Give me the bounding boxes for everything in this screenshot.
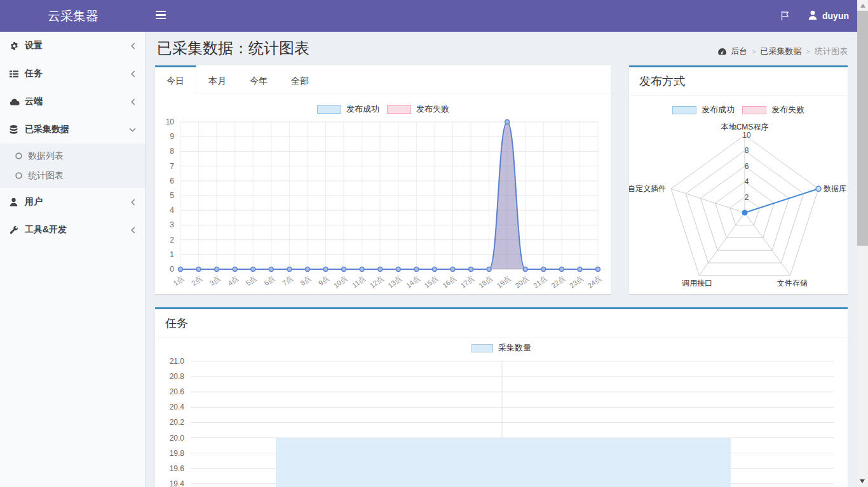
collect-swatch (471, 344, 493, 352)
sidebar-item-label: 设置 (25, 40, 43, 51)
scrollbar-up-arrow[interactable] (860, 4, 865, 8)
success-swatch (672, 106, 696, 114)
user-menu[interactable]: duyun (808, 10, 849, 22)
svg-text:9: 9 (170, 132, 174, 141)
username: duyun (822, 11, 849, 21)
legend-item-fail[interactable]: 发布失败 (387, 103, 449, 115)
svg-text:4点: 4点 (226, 274, 240, 287)
svg-text:6: 6 (745, 162, 749, 171)
sidebar-item-tasks[interactable]: 任务 (0, 60, 146, 88)
page: 云采集器 duyun 设置 (0, 0, 868, 487)
svg-text:19点: 19点 (496, 274, 512, 290)
legend-label: 发布失败 (416, 103, 449, 115)
breadcrumb-collected-data[interactable]: 已采集数据 (761, 46, 802, 57)
page-title: 已采集数据：统计图表 (157, 38, 309, 58)
scrollbar[interactable] (857, 0, 868, 487)
svg-text:9点: 9点 (317, 274, 330, 287)
svg-text:20点: 20点 (513, 274, 530, 290)
scrollbar-thumb[interactable] (857, 11, 868, 246)
svg-text:19.8: 19.8 (170, 449, 185, 458)
submenu-item-label: 统计图表 (28, 170, 64, 182)
top-navbar: 云采集器 duyun (0, 0, 868, 32)
legend-item-collect[interactable]: 采集数量 (471, 342, 531, 354)
sidebar-item-statistics-chart[interactable]: 统计图表 (0, 166, 146, 185)
tab-all[interactable]: 全部 (280, 65, 320, 94)
success-swatch (317, 105, 341, 114)
hourly-chart-legend: 发布成功 发布失败 (155, 104, 611, 114)
svg-text:20.4: 20.4 (170, 403, 185, 411)
svg-text:5: 5 (170, 191, 174, 200)
sidebar-item-collected-data[interactable]: 已采集数据 (0, 116, 146, 143)
tasks-icon (10, 70, 25, 78)
sidebar-submenu: 数据列表 统计图表 (0, 143, 146, 188)
sidebar-toggle-button[interactable] (146, 0, 175, 32)
sidebar-item-label: 任务 (25, 68, 43, 79)
time-range-tabs: 今日 本月 今年 全部 (155, 65, 611, 94)
cloud-icon (10, 98, 25, 106)
chevron-left-icon (130, 199, 136, 206)
task-legend: 采集数量 (155, 343, 848, 353)
svg-text:14点: 14点 (405, 274, 421, 290)
tab-this-year[interactable]: 今年 (238, 65, 279, 94)
svg-text:10: 10 (166, 117, 175, 126)
chevron-left-icon (130, 70, 136, 77)
breadcrumb-separator: > (752, 48, 756, 55)
chevron-left-icon (130, 43, 136, 50)
svg-text:8点: 8点 (299, 274, 312, 287)
hamburger-icon (156, 11, 166, 12)
app-brand[interactable]: 云采集器 (0, 0, 146, 32)
legend-label: 发布成功 (346, 103, 379, 115)
breadcrumb: 后台 > 已采集数据 > 统计图表 (717, 46, 848, 57)
fail-swatch (742, 106, 766, 114)
sidebar-item-label: 用户 (25, 196, 43, 208)
svg-text:19.4: 19.4 (170, 479, 185, 487)
chevron-left-icon (130, 227, 136, 234)
legend-item-fail[interactable]: 发布失败 (742, 104, 804, 116)
svg-text:6: 6 (170, 177, 174, 185)
publish-radar-chart: 本地CMS程序数据库文件存储调用接口自定义插件246810 (629, 116, 848, 286)
sidebar-item-cloud[interactable]: 云端 (0, 88, 146, 116)
svg-text:17点: 17点 (459, 274, 476, 290)
svg-text:6点: 6点 (262, 274, 276, 287)
sidebar-item-label: 云端 (25, 96, 43, 107)
svg-text:10点: 10点 (332, 274, 349, 290)
publish-method-panel: 发布方式 发布成功 发布失败 本地CMS程序数据库文件存储调用接口自定义插件24… (629, 65, 848, 294)
fail-swatch (387, 105, 411, 114)
svg-text:13点: 13点 (386, 274, 403, 290)
scrollbar-down-arrow[interactable] (860, 479, 865, 483)
legend-item-success[interactable]: 发布成功 (317, 103, 379, 115)
legend-label: 发布失败 (771, 104, 804, 116)
publish-panel-title: 发布方式 (629, 67, 848, 96)
sidebar-item-data-list[interactable]: 数据列表 (0, 146, 146, 166)
tab-this-month[interactable]: 本月 (197, 65, 238, 94)
breadcrumb-home[interactable]: 后台 (731, 46, 747, 57)
sidebar: 设置 任务 云端 已采集数据 (0, 32, 146, 487)
svg-text:8: 8 (745, 146, 749, 155)
svg-text:24点: 24点 (587, 274, 603, 290)
svg-text:22点: 22点 (550, 274, 566, 290)
svg-text:3点: 3点 (208, 274, 221, 287)
svg-text:自定义插件: 自定义插件 (629, 184, 666, 193)
svg-text:18点: 18点 (477, 274, 494, 290)
svg-text:20.8: 20.8 (170, 372, 185, 381)
svg-text:2: 2 (745, 193, 749, 202)
sidebar-item-tools-dev[interactable]: 工具&开发 (0, 216, 146, 244)
sidebar-item-users[interactable]: 用户 (0, 188, 146, 216)
flag-icon[interactable] (780, 11, 790, 21)
chevron-down-icon (129, 127, 136, 133)
user-icon (10, 197, 25, 206)
svg-text:本地CMS程序: 本地CMS程序 (721, 123, 769, 131)
svg-text:21.0: 21.0 (170, 357, 185, 366)
svg-text:15点: 15点 (423, 274, 439, 290)
breadcrumb-current: 统计图表 (815, 46, 848, 57)
sidebar-item-label: 已采集数据 (25, 124, 69, 135)
breadcrumb-separator: > (806, 48, 810, 55)
user-icon (808, 10, 817, 22)
legend-item-success[interactable]: 发布成功 (672, 104, 735, 116)
tab-today[interactable]: 今日 (155, 65, 196, 94)
svg-text:1点: 1点 (172, 274, 185, 287)
svg-text:7: 7 (170, 162, 174, 171)
svg-text:1: 1 (170, 250, 174, 259)
svg-text:7点: 7点 (281, 274, 294, 287)
sidebar-item-settings[interactable]: 设置 (0, 32, 146, 60)
